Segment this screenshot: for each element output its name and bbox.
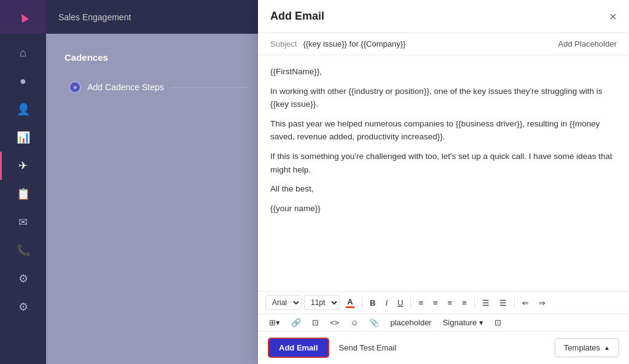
- align-left-button[interactable]: ≡: [415, 297, 427, 309]
- sidebar-item-tasks[interactable]: 📋: [0, 180, 46, 208]
- add-cadence-circle-icon: ●: [69, 81, 81, 93]
- toolbar-row-1: Arial 11pt A B I U ≡ ≡ ≡ ≡ ☰: [258, 291, 629, 314]
- sidebar-item-home[interactable]: ⌂: [0, 39, 46, 67]
- font-color-bar: [346, 306, 354, 308]
- sidebar-item-settings[interactable]: ⚙: [0, 293, 46, 321]
- font-color-label: A: [347, 298, 353, 306]
- add-email-modal: Add Email × Subject {{key issue}} for {{…: [258, 0, 629, 364]
- font-size-select[interactable]: 11pt: [304, 295, 340, 310]
- email-body[interactable]: {{FirstName}}, In working with other {{i…: [258, 55, 629, 291]
- sidebar-item-cadences[interactable]: ✈: [0, 152, 46, 180]
- add-cadence-row: ● Add Cadence Steps: [57, 81, 248, 93]
- modal-title: Add Email: [270, 10, 324, 23]
- font-color-button[interactable]: A: [342, 296, 358, 310]
- align-justify-button[interactable]: ≡: [458, 297, 471, 309]
- templates-chevron-icon: ▲: [604, 344, 610, 351]
- templates-button[interactable]: Templates ▲: [555, 338, 619, 357]
- placeholder-button[interactable]: placeholder: [386, 317, 435, 328]
- settings-icon: ⚙: [18, 300, 28, 314]
- emoji-button[interactable]: ☺: [346, 317, 362, 328]
- analytics-icon: ⚙: [18, 272, 28, 285]
- action-bar: Add Email Send Test Email Templates ▲: [258, 331, 629, 364]
- app-name-label: Sales Engagement: [58, 12, 131, 22]
- sidebar: ▲ ⌂ ● 👤 📊 ✈ 📋 ✉ 📞 ⚙ ⚙: [0, 0, 46, 364]
- subject-value[interactable]: {{key issue}} for {{Company}}: [303, 39, 552, 48]
- home-icon: ⌂: [20, 47, 26, 60]
- sidebar-item-email[interactable]: ✉: [0, 208, 46, 236]
- align-center-button[interactable]: ≡: [429, 297, 442, 309]
- main-area: Sales Engagement Cadences ● Add Cadence …: [46, 0, 629, 364]
- body-line-2: In working with other {{industry or posi…: [270, 85, 617, 111]
- bullet-list-button[interactable]: ☰: [479, 297, 493, 309]
- sidebar-nav: ⌂ ● 👤 📊 ✈ 📋 ✉ 📞 ⚙ ⚙: [0, 34, 46, 321]
- italic-button[interactable]: I: [381, 297, 391, 309]
- modal-header: Add Email ×: [258, 0, 629, 33]
- code-button[interactable]: <>: [326, 317, 343, 328]
- person-icon: 👤: [17, 103, 30, 116]
- cadences-icon: ✈: [18, 159, 28, 172]
- ordered-list-button[interactable]: ☰: [496, 297, 510, 309]
- toolbar-sep-4: [514, 297, 515, 308]
- body-line-4: If this is something you're challenged w…: [270, 150, 617, 176]
- sidebar-item-person[interactable]: 👤: [0, 95, 46, 123]
- bold-button[interactable]: B: [366, 297, 379, 309]
- table-button[interactable]: ⊞▾: [265, 317, 284, 328]
- sidebar-item-reports[interactable]: 📊: [0, 123, 46, 152]
- font-family-select[interactable]: Arial: [265, 295, 302, 310]
- sidebar-item-calls[interactable]: 📞: [0, 236, 46, 265]
- indent-decrease-button[interactable]: ⇐: [518, 297, 533, 309]
- link-button[interactable]: 🔗: [287, 317, 305, 328]
- modal-close-button[interactable]: ×: [609, 10, 617, 23]
- reports-icon: 📊: [17, 131, 30, 144]
- sidebar-item-analytics[interactable]: ⚙: [0, 265, 46, 293]
- size-button[interactable]: ⊡: [491, 317, 505, 328]
- signature-chevron-icon: ▾: [479, 318, 483, 327]
- email-icon: ✉: [18, 215, 28, 229]
- send-test-email-button[interactable]: Send Test Email: [339, 343, 397, 352]
- modal-overlay: Add Email × Subject {{key issue}} for {{…: [258, 0, 629, 364]
- body-line-6: {{your name}}: [270, 202, 617, 215]
- signature-label: Signature: [443, 318, 477, 327]
- toolbar-row-2: ⊞▾ 🔗 ⊡ <> ☺ 📎 placeholder Signature ▾ ⊡: [258, 314, 629, 331]
- templates-label: Templates: [564, 343, 600, 352]
- sidebar-logo: ▲: [0, 0, 46, 34]
- subject-row: Subject {{key issue}} for {{Company}} Ad…: [258, 33, 629, 55]
- add-email-button[interactable]: Add Email: [268, 338, 329, 358]
- image-button[interactable]: ⊡: [308, 317, 322, 328]
- cadences-title: Cadences: [64, 52, 108, 63]
- cadence-line: [170, 87, 248, 88]
- align-right-button[interactable]: ≡: [444, 297, 456, 309]
- sidebar-item-contacts[interactable]: ●: [0, 67, 46, 95]
- contacts-icon: ●: [20, 75, 26, 88]
- tasks-icon: 📋: [17, 187, 30, 201]
- add-cadence-steps-label: Add Cadence Steps: [87, 82, 164, 92]
- body-line-5: All the best,: [270, 182, 617, 196]
- body-line-1: {{FirstName}},: [270, 65, 617, 79]
- logo-icon: ▲: [14, 7, 33, 27]
- add-placeholder-button[interactable]: Add Placeholder: [558, 39, 617, 48]
- subject-label: Subject: [270, 39, 297, 48]
- left-panel: Cadences ● Add Cadence Steps: [46, 34, 258, 364]
- underline-button[interactable]: U: [394, 297, 407, 309]
- calls-icon: 📞: [17, 244, 30, 257]
- signature-button[interactable]: Signature ▾: [439, 317, 487, 328]
- body-line-3: This past year we helped numerous compan…: [270, 117, 617, 144]
- toolbar-sep-2: [410, 297, 411, 308]
- toolbar-sep-1: [362, 297, 362, 308]
- indent-increase-button[interactable]: ⇒: [535, 297, 549, 309]
- toolbar-sep-3: [474, 297, 475, 308]
- add-cadence-steps-btn[interactable]: ● Add Cadence Steps: [69, 81, 164, 93]
- attach-button[interactable]: 📎: [365, 317, 383, 328]
